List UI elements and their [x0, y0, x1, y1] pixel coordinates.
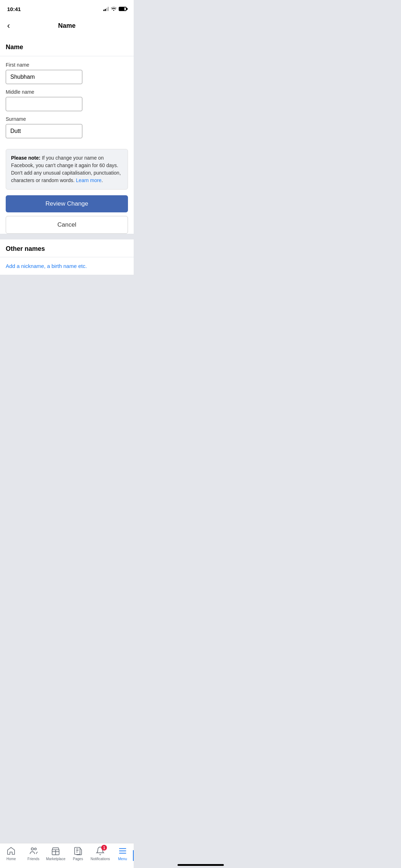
name-card-header: Name [0, 38, 134, 56]
signal-icon [103, 7, 109, 11]
first-name-field: First name [6, 62, 128, 84]
surname-input[interactable] [6, 124, 82, 138]
status-bar: 10:41 [0, 0, 134, 16]
back-button[interactable]: ‹ [6, 19, 11, 32]
name-form: First name Middle name Surname [0, 56, 134, 149]
middle-name-input[interactable] [6, 97, 82, 111]
other-names-card: Other names Add a nickname, a birth name… [0, 239, 134, 275]
first-name-label: First name [6, 62, 128, 68]
name-card: Name First name Middle name Surname Plea… [0, 38, 134, 234]
status-icons [103, 6, 127, 12]
wifi-icon [111, 6, 117, 12]
content-area: Name First name Middle name Surname Plea… [0, 38, 134, 321]
review-change-button[interactable]: Review Change [6, 195, 128, 212]
name-section-title: Name [6, 43, 23, 51]
nav-header: ‹ Name [0, 16, 134, 38]
cancel-button[interactable]: Cancel [6, 216, 128, 234]
middle-name-label: Middle name [6, 89, 128, 95]
add-nickname-button[interactable]: Add a nickname, a birth name etc. [0, 257, 134, 275]
notice-period: . [102, 177, 103, 183]
other-names-header: Other names [0, 239, 134, 257]
surname-field: Surname [6, 116, 128, 138]
notice-bold: Please note: [11, 155, 40, 161]
middle-name-field: Middle name [6, 89, 128, 111]
first-name-input[interactable] [6, 70, 82, 84]
status-time: 10:41 [7, 6, 21, 12]
other-names-title: Other names [6, 245, 45, 252]
page-title: Name [58, 22, 76, 30]
learn-more-link[interactable]: Learn more [76, 177, 102, 183]
battery-icon [119, 7, 127, 11]
bottom-spacer [0, 278, 134, 321]
notice-box: Please note: If you change your name on … [6, 149, 128, 190]
surname-label: Surname [6, 116, 128, 122]
